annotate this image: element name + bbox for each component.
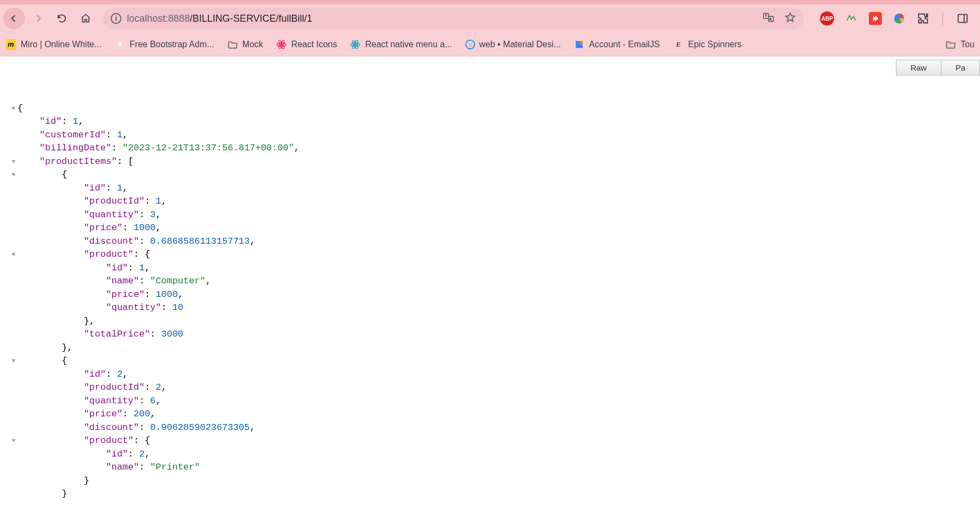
home-button[interactable] [75,8,97,29]
bookmark-label: Account - EmailJS [589,40,660,49]
raw-button[interactable]: Raw [896,60,941,75]
bookmark-label: web • Material Desi... [479,40,561,49]
svg-point-14 [471,43,471,44]
svg-rect-3 [958,15,968,23]
collapse-toggle-icon[interactable]: ▼ [10,155,17,169]
svg-point-5 [280,43,282,45]
bookmark-label: Tou [960,40,975,49]
devtools-extension-icon[interactable] [845,12,858,25]
color-extension-icon[interactable] [893,12,906,25]
parsed-button[interactable]: Pa [941,60,980,75]
bookmark-label: React native menu a... [365,40,452,49]
view-mode-buttons: Raw Pa [896,60,980,75]
bookmark-material[interactable]: web • Material Desi... [465,40,561,49]
toolbar-divider [943,12,943,25]
bookmark-right-folder[interactable]: Tou [945,39,975,50]
collapse-toggle-icon[interactable]: ▼ [10,248,17,262]
collapse-toggle-icon[interactable]: ▼ [10,434,17,448]
bookmark-label: React Icons [291,40,337,49]
bookmark-bootstrap[interactable]: A Free Bootstrap Adm... [114,39,214,50]
folder-icon [227,39,238,50]
bookmark-mock[interactable]: Mock [227,39,263,50]
bookmark-react-native[interactable]: React native menu a... [350,39,452,50]
extensions-puzzle-icon[interactable] [917,12,930,25]
url-text: localhost:8888/BILLING-SERVICE/fullBill/… [127,13,312,24]
toolbar: i localhost:8888/BILLING-SERVICE/fullBil… [0,4,980,33]
bookmark-emailjs[interactable]: Account - EmailJS [574,39,660,50]
translate-icon[interactable] [763,11,774,26]
folder-icon [945,39,956,50]
back-button[interactable] [3,8,25,29]
json-viewer: Raw Pa ▼{ "id": 1, "customerId": 1, "bil… [0,56,980,526]
bookmark-miro[interactable]: m Miro | Online White... [5,39,101,50]
bookmark-label: Epic Spinners [688,40,742,49]
side-panel-icon[interactable] [956,12,969,25]
bookmark-react-icons[interactable]: React Icons [276,39,337,50]
collapse-toggle-icon[interactable]: ▼ [10,102,17,116]
address-bar[interactable]: i localhost:8888/BILLING-SERVICE/fullBil… [103,8,804,29]
forward-button[interactable] [27,8,49,29]
bookmark-star-icon[interactable] [784,11,796,26]
bookmark-label: Miro | Online White... [21,40,101,49]
bookmark-epic-spinners[interactable]: E Epic Spinners [673,39,742,50]
svg-point-9 [355,43,356,45]
extensions-area: ABP [810,11,977,26]
tab-strip [0,0,980,4]
bookmark-label: Mock [242,40,263,49]
anydesk-extension-icon[interactable] [869,12,882,25]
collapse-toggle-icon[interactable]: ▼ [10,168,17,182]
browser-chrome: i localhost:8888/BILLING-SERVICE/fullBil… [0,0,980,56]
bookmark-label: Free Bootstrap Adm... [130,40,214,49]
abp-extension-icon[interactable]: ABP [820,11,834,26]
svg-point-13 [469,43,470,44]
bookmarks-bar: m Miro | Online White... A Free Bootstra… [0,33,980,56]
reload-button[interactable] [51,8,73,29]
collapse-toggle-icon[interactable]: ▼ [10,354,17,368]
site-info-icon[interactable]: i [111,13,121,24]
